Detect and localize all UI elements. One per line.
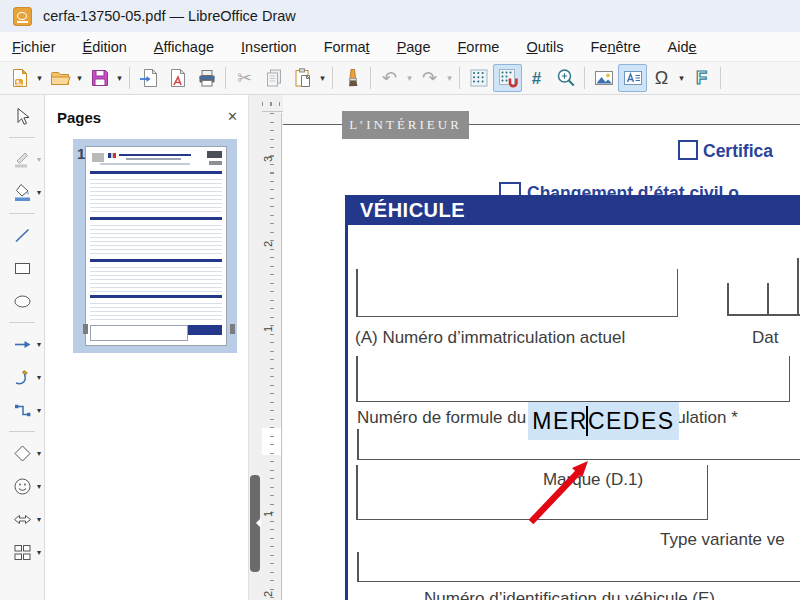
vertical-ruler[interactable]: 3 2 1 1 2	[262, 113, 282, 600]
field-line	[357, 429, 359, 460]
cut-button-disabled[interactable]: ✂	[230, 64, 259, 92]
block-arrows-dropdown[interactable]: ▾	[37, 515, 41, 524]
certificat-label[interactable]: Certifica	[703, 141, 773, 162]
copy-button-disabled[interactable]	[259, 64, 288, 92]
type-variante-label[interactable]: Type variante ve	[660, 530, 785, 550]
insert-textbox-button-active[interactable]	[618, 64, 647, 92]
menu-fenetre[interactable]: Fenêtre	[590, 35, 640, 59]
ellipse-tool[interactable]	[2, 286, 42, 316]
marque-value: MERCEDES	[532, 408, 674, 435]
toolbar-separator	[225, 67, 226, 89]
save-dropdown[interactable]: ▾	[114, 64, 125, 92]
special-character-dropdown[interactable]: ▾	[676, 64, 687, 92]
thumb-subtitle-line	[126, 158, 181, 160]
paste-dropdown[interactable]: ▾	[317, 64, 328, 92]
save-button[interactable]	[85, 64, 114, 92]
scissors-icon: ✂	[237, 69, 252, 87]
red-arrow-annotation[interactable]	[523, 455, 603, 535]
block-arrows-tool[interactable]: ▾	[2, 504, 42, 534]
field-line	[789, 356, 791, 402]
basic-shapes-tool[interactable]: ▾	[2, 438, 42, 468]
fill-color-dropdown[interactable]: ▾	[37, 188, 41, 197]
export-pdf-button[interactable]	[163, 64, 192, 92]
thumb-handle-right	[230, 324, 235, 334]
zoom-button[interactable]	[551, 64, 580, 92]
thumb-line	[100, 163, 190, 165]
thumb-rows	[90, 264, 222, 292]
document-page[interactable]: L’INTÉRIEUR Certifica Changement d’état …	[283, 124, 800, 600]
immatriculation-label[interactable]: (A) Numéro d’immatriculation actuel	[355, 328, 625, 348]
thumb-blue-block	[188, 325, 222, 335]
page-1-thumbnail[interactable]	[85, 146, 227, 346]
libreoffice-draw-window: cerfa-13750-05.pdf — LibreOffice Draw Fi…	[0, 0, 800, 600]
select-tool[interactable]	[2, 101, 42, 131]
open-button[interactable]	[45, 64, 74, 92]
new-document-dropdown[interactable]: ▾	[34, 64, 45, 92]
new-document-button[interactable]	[5, 64, 34, 92]
fontwork-button[interactable]: F	[687, 64, 716, 92]
basic-shapes-dropdown[interactable]: ▾	[37, 449, 41, 458]
ruler-ticks	[262, 113, 281, 600]
select-arrow-icon	[12, 106, 33, 127]
thumb-section-bar	[90, 171, 222, 174]
menu-format[interactable]: Format	[324, 35, 370, 59]
export-button[interactable]	[134, 64, 163, 92]
print-button[interactable]	[192, 64, 221, 92]
insert-image-button[interactable]	[589, 64, 618, 92]
menu-forme[interactable]: Forme	[458, 35, 500, 59]
paste-button[interactable]	[288, 64, 317, 92]
line-style-dropdown[interactable]: ▾	[37, 155, 41, 164]
snap-to-grid-button-active[interactable]	[493, 64, 522, 92]
thumb-section-bar	[90, 259, 222, 262]
redo-button-disabled[interactable]: ↷	[415, 64, 444, 92]
field-line	[356, 269, 358, 317]
lines-arrows-dropdown[interactable]: ▾	[37, 340, 41, 349]
omega-icon: Ω	[655, 69, 668, 87]
line-style-pen-icon	[12, 149, 33, 170]
clone-formatting-button[interactable]	[337, 64, 366, 92]
vehicule-section-header[interactable]: VÉHICULE	[345, 195, 800, 225]
date-label[interactable]: Dat	[752, 328, 778, 348]
symbol-shapes-dropdown[interactable]: ▾	[37, 482, 41, 491]
display-grid-button[interactable]	[464, 64, 493, 92]
menu-fichier[interactable]: Fichier	[12, 35, 56, 59]
marque-textbox-editing[interactable]: MERCEDES	[528, 402, 679, 440]
panel-collapse-handle[interactable]	[250, 475, 260, 572]
thumb-title-line	[119, 154, 191, 156]
insert-line-tool[interactable]	[2, 220, 42, 250]
open-dropdown[interactable]: ▾	[74, 64, 85, 92]
paste-clipboard-icon	[292, 67, 314, 89]
undo-dropdown-disabled[interactable]: ▾	[404, 64, 415, 92]
fill-color-tool[interactable]: ▾	[2, 177, 42, 207]
vin-label[interactable]: Numéro d’identification du véhicule (E)	[424, 589, 715, 600]
menu-insertion[interactable]: Insertion	[241, 35, 297, 59]
line-style-tool-disabled[interactable]: ▾	[2, 144, 42, 174]
tool-separator	[9, 431, 35, 432]
menu-aide[interactable]: Aide	[667, 35, 696, 59]
rectangle-tool[interactable]	[2, 253, 42, 283]
curves-polygons-tool[interactable]: ▾	[2, 362, 42, 392]
rectangle-icon	[12, 258, 33, 279]
close-icon[interactable]: ✕	[227, 109, 238, 124]
certificat-checkbox[interactable]	[678, 140, 698, 160]
pages-panel: Pages ✕ 1	[45, 95, 248, 600]
undo-button-disabled[interactable]: ↶	[375, 64, 404, 92]
ministry-interieur-box[interactable]: L’INTÉRIEUR	[342, 111, 469, 139]
flowchart-dropdown[interactable]: ▾	[37, 548, 41, 557]
drawing-canvas[interactable]: L’INTÉRIEUR Certifica Changement d’état …	[283, 95, 800, 600]
special-character-button[interactable]: Ω	[647, 64, 676, 92]
menu-affichage[interactable]: Affichage	[154, 35, 214, 59]
menu-outils[interactable]: Outils	[526, 35, 563, 59]
lines-arrows-tool[interactable]: ▾	[2, 329, 42, 359]
menu-page[interactable]: Page	[397, 35, 431, 59]
helplines-button[interactable]: #	[522, 64, 551, 92]
redo-dropdown-disabled[interactable]: ▾	[444, 64, 455, 92]
menu-edition[interactable]: Édition	[83, 35, 127, 59]
flowchart-tool[interactable]: ▾	[2, 537, 42, 567]
symbol-shapes-tool[interactable]: ▾	[2, 471, 42, 501]
connectors-dropdown[interactable]: ▾	[37, 406, 41, 415]
curves-polygons-dropdown[interactable]: ▾	[37, 373, 41, 382]
export-pdf-icon	[167, 67, 189, 89]
connectors-tool[interactable]: ▾	[2, 395, 42, 425]
ruler-number: 1	[262, 511, 274, 517]
